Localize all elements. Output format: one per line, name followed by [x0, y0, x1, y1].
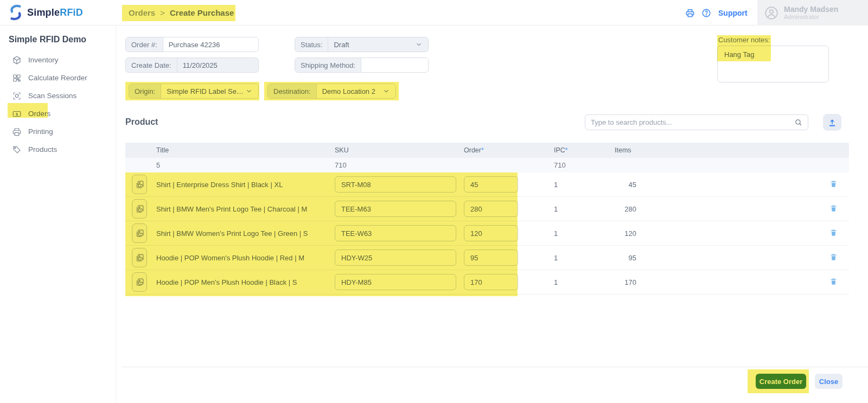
product-image-button[interactable]: [132, 272, 147, 292]
origin-value: Simple RFID Label Servici...: [167, 87, 245, 95]
sidebar-item-printing[interactable]: Printing: [0, 123, 116, 140]
customer-notes-label: Customer notes:: [718, 36, 770, 44]
col-header-title: Title: [156, 146, 329, 154]
required-mark: *: [481, 146, 484, 154]
sidebar-item-label: Calculate Reorder: [28, 74, 87, 82]
destination-label: Destination:: [268, 84, 317, 98]
shipping-method-field: Shipping Method:: [295, 57, 429, 73]
chevron-down-icon: [415, 41, 423, 48]
table-row: Hoodie | POP Men's Plush Hoodie | Black …: [125, 270, 849, 295]
delete-row-button[interactable]: [829, 178, 840, 189]
delete-row-button[interactable]: [829, 227, 840, 238]
trash-icon: [829, 204, 838, 213]
breadcrumb-create-purchase: Create Purchase: [170, 8, 234, 17]
trash-icon: [829, 253, 838, 261]
help-icon: [701, 8, 711, 18]
customer-notes-textarea[interactable]: Hang Tag: [717, 46, 829, 82]
product-search: [585, 114, 808, 130]
image-icon: [135, 278, 144, 287]
scan-icon: [12, 91, 22, 101]
sidebar-item-orders[interactable]: $ Orders: [0, 105, 116, 123]
help-button[interactable]: [701, 8, 711, 18]
table-row: Shirt | BMW Men's Print Logo Tee | Charc…: [125, 197, 849, 221]
ipc-value: 1: [550, 181, 609, 189]
sidebar-item-label: Printing: [28, 127, 53, 136]
tag-icon: [12, 145, 22, 155]
breadcrumb: Orders > Create Purchase: [129, 0, 234, 25]
print-button[interactable]: [685, 8, 695, 18]
sku-box: HDY-M85: [335, 274, 456, 290]
product-section-title: Product: [125, 117, 158, 127]
order-quantity-input[interactable]: [464, 250, 518, 266]
origin-label: Origin:: [129, 84, 161, 98]
items-value: 280: [615, 205, 636, 213]
product-image-button[interactable]: [132, 175, 147, 194]
products-table: Title SKU Order* IPC* Items 5 710 710 Sh…: [125, 143, 849, 295]
sku-box: TEE-M63: [335, 201, 456, 217]
support-link[interactable]: Support: [718, 0, 748, 25]
ipc-value: 1: [550, 205, 609, 213]
sidebar-item-inventory[interactable]: Inventory: [0, 51, 116, 69]
product-title: Hoodie | POP Women's Plush Hoodie | Red …: [156, 254, 329, 262]
table-header-row: Title SKU Order* IPC* Items: [125, 143, 849, 158]
sidebar: Simple RFID Demo Inventory Calculate Reo…: [0, 25, 116, 403]
sku-box: SRT-M08: [335, 176, 456, 193]
app-logo: SimpleRFiD: [8, 4, 83, 21]
close-button[interactable]: Close: [815, 374, 843, 389]
origin-select[interactable]: Origin: Simple RFID Label Servici...: [129, 84, 259, 99]
logo-swirl-icon: [8, 4, 24, 21]
summary-ipc-total: 710: [550, 161, 609, 169]
ipc-value: 1: [550, 229, 609, 238]
product-image-button[interactable]: [132, 223, 147, 243]
destination-select[interactable]: Destination: Demo Location 2: [267, 84, 396, 99]
delete-row-button[interactable]: [829, 252, 840, 263]
table-row: Hoodie | POP Women's Plush Hoodie | Red …: [125, 246, 849, 270]
sidebar-item-scan-sessions[interactable]: Scan Sessions: [0, 87, 116, 105]
image-icon: [135, 253, 144, 263]
sidebar-item-label: Orders: [28, 110, 50, 118]
product-search-input[interactable]: [591, 118, 794, 126]
items-value: 170: [615, 278, 636, 286]
ipc-value: 1: [550, 254, 609, 262]
order-quantity-input[interactable]: [464, 201, 518, 217]
status-label: Status:: [295, 37, 328, 52]
product-image-button[interactable]: [132, 199, 147, 219]
order-quantity-input[interactable]: [464, 176, 518, 193]
user-menu[interactable]: Mandy Madsen Administrator: [757, 0, 868, 25]
package-icon: [12, 55, 22, 65]
required-mark: *: [565, 146, 568, 154]
delete-row-button[interactable]: [829, 276, 840, 287]
shipping-method-input[interactable]: [367, 61, 423, 69]
sidebar-item-label: Products: [28, 145, 57, 153]
table-summary-row: 5 710 710: [125, 158, 849, 172]
chevron-down-icon: [245, 87, 253, 95]
top-header: SimpleRFiD Orders > Create Purchase Supp…: [0, 0, 868, 25]
order-quantity-input[interactable]: [464, 274, 518, 290]
order-number-input[interactable]: [169, 41, 253, 49]
trash-icon: [829, 277, 838, 286]
create-order-button[interactable]: Create Order: [756, 374, 806, 389]
order-quantity-input[interactable]: [464, 225, 518, 241]
status-select[interactable]: Status: Draft: [295, 37, 429, 52]
summary-sku-total: 710: [329, 161, 458, 169]
sku-box: HDY-W25: [335, 250, 456, 266]
ipc-value: 1: [550, 278, 609, 286]
svg-text:$: $: [16, 111, 18, 116]
upload-products-button[interactable]: [823, 114, 841, 131]
product-title: Hoodie | POP Men's Plush Hoodie | Black …: [156, 278, 329, 286]
sidebar-item-calculate-reorder[interactable]: Calculate Reorder: [0, 69, 116, 87]
destination-value: Demo Location 2: [322, 87, 375, 95]
breadcrumb-orders[interactable]: Orders: [129, 8, 155, 17]
trash-icon: [829, 228, 838, 237]
sidebar-item-products[interactable]: Products: [0, 140, 116, 158]
product-image-button[interactable]: [132, 248, 147, 267]
image-icon: [135, 180, 144, 189]
col-header-sku: SKU: [329, 146, 458, 154]
chevron-down-icon: [382, 87, 390, 95]
delete-row-button[interactable]: [829, 203, 840, 214]
items-value: 45: [615, 181, 636, 189]
status-value: Draft: [334, 41, 349, 49]
breadcrumb-separator: >: [160, 8, 165, 17]
sidebar-item-label: Inventory: [28, 56, 59, 64]
image-icon: [135, 229, 144, 238]
